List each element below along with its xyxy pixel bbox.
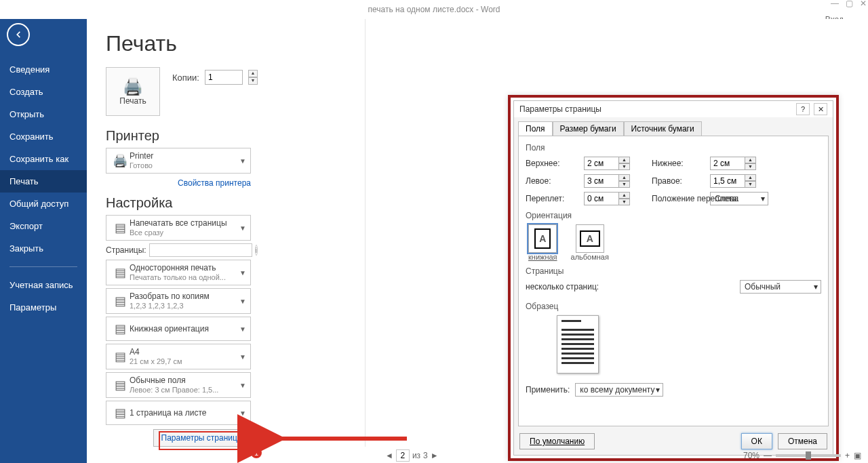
sidebar-item-7[interactable]: Экспорт [0, 215, 87, 237]
page-next[interactable]: ► [431, 451, 439, 460]
chevron-down-icon: ▾ [814, 282, 818, 291]
printer-device-icon: 🖨️ [111, 151, 130, 170]
spin-down[interactable]: ▼ [745, 181, 756, 188]
setting-6[interactable]: ▤1 страница на листе▼ [106, 401, 251, 425]
gutter-pos-select[interactable]: Слева▾ [710, 192, 768, 205]
setting-title: Односторонняя печать [130, 263, 239, 273]
pages-input[interactable] [149, 243, 252, 257]
setting-4[interactable]: ▤A421 см x 29,7 см▼ [106, 344, 251, 369]
setting-icon: ▤ [111, 319, 130, 338]
setting-title: Разобрать по копиям [130, 291, 239, 301]
pages-group-label: Страницы [526, 266, 821, 276]
chevron-down-icon: ▼ [239, 224, 246, 232]
spin-up[interactable]: ▲ [745, 157, 756, 163]
setting-title: A4 [130, 347, 239, 357]
minimize-icon[interactable]: — [831, 0, 839, 8]
printer-name: Printer [130, 151, 239, 161]
spin-down[interactable]: ▼ [745, 163, 756, 170]
setting-sub: Левое: 3 см Правое: 1,5... [130, 386, 239, 395]
orientation-landscape-label: альбомная [571, 253, 609, 261]
printer-select[interactable]: 🖨️ Printer Готово ▼ [106, 148, 251, 174]
printer-properties-link[interactable]: Свойства принтера [178, 178, 251, 188]
setting-1[interactable]: ▤Односторонняя печатьПечатать только на … [106, 260, 251, 285]
spin-up[interactable]: ▲ [745, 174, 756, 181]
spin-down[interactable]: ▼ [619, 199, 630, 205]
spin-up[interactable]: ▲ [619, 192, 630, 199]
multi-pages-label: несколько страниц: [526, 282, 599, 291]
close-icon[interactable]: ✕ [860, 0, 867, 8]
orientation-group-label: Ориентация [526, 211, 821, 220]
page-total: 3 [423, 451, 428, 460]
setting-3[interactable]: ▤Книжная ориентация▼ [106, 317, 251, 341]
copies-down[interactable]: ▼ [248, 77, 258, 85]
pages-info-icon[interactable]: i [255, 245, 258, 256]
gutter-input[interactable] [584, 192, 619, 205]
multi-pages-select[interactable]: Обычный▾ [740, 280, 821, 294]
page-setup-link[interactable]: Параметры страницы [153, 429, 251, 447]
setting-icon: ▤ [111, 376, 130, 395]
sidebar-item-2[interactable]: Открыть [0, 103, 87, 125]
orientation-landscape[interactable]: A альбомная [571, 224, 609, 261]
pages-label: Страницы: [106, 245, 146, 255]
back-button[interactable] [7, 23, 30, 46]
help-icon[interactable]: ? [796, 103, 810, 115]
zoom-out[interactable]: — [764, 451, 772, 460]
apply-label: Применить: [526, 385, 570, 395]
margin-left-input[interactable] [584, 174, 619, 188]
printer-status: Готово [130, 161, 239, 170]
sidebar-item-8[interactable]: Закрыть [0, 237, 87, 260]
setting-title: 1 страница на листе [130, 408, 239, 418]
margin-right-input[interactable] [710, 174, 745, 188]
cancel-button[interactable]: Отмена [778, 433, 827, 449]
default-button[interactable]: По умолчанию [519, 433, 595, 449]
printer-icon: 🖨️ [123, 77, 143, 96]
setting-0[interactable]: ▤Напечатать все страницыВсе сразу▼ [106, 215, 251, 241]
sample-preview [557, 315, 599, 374]
dialog-tab-0[interactable]: Поля [518, 121, 553, 136]
setting-icon: ▤ [111, 218, 130, 237]
multi-pages-value: Обычный [745, 282, 781, 291]
setting-sub: Все сразу [130, 228, 239, 237]
ok-button[interactable]: ОК [741, 433, 772, 449]
copies-input[interactable] [205, 70, 243, 85]
apply-select[interactable]: ко всему документу▾ [575, 383, 663, 397]
sidebar-separator [9, 266, 77, 267]
chevron-down-icon: ▼ [239, 409, 246, 417]
margin-left-label: Левое: [526, 176, 573, 186]
dialog-close-icon[interactable]: ✕ [814, 103, 827, 115]
sidebar-item-1[interactable]: Создать [0, 81, 87, 103]
dialog-tab-1[interactable]: Размер бумаги [553, 121, 624, 136]
sidebar-item-account[interactable]: Учетная запись [0, 274, 87, 296]
setting-2[interactable]: ▤Разобрать по копиям1,2,3 1,2,3 1,2,3▼ [106, 288, 251, 314]
restore-icon[interactable]: ▢ [846, 0, 853, 8]
spin-down[interactable]: ▼ [619, 163, 630, 170]
print-button-label: Печать [119, 96, 146, 106]
page-prev[interactable]: ◄ [385, 451, 393, 460]
copies-up[interactable]: ▲ [248, 70, 258, 77]
dialog-tab-2[interactable]: Источник бумаги [624, 121, 702, 136]
sidebar-item-3[interactable]: Сохранить [0, 125, 87, 148]
sidebar-item-0[interactable]: Сведения [0, 58, 87, 81]
sidebar-item-options[interactable]: Параметры [0, 296, 87, 319]
margin-bottom-input[interactable] [710, 157, 745, 170]
spin-up[interactable]: ▲ [619, 157, 630, 163]
print-button[interactable]: 🖨️ Печать [106, 67, 160, 116]
spin-up[interactable]: ▲ [619, 174, 630, 181]
callout-badge: 1 [251, 447, 262, 458]
gutter-label: Переплет: [526, 194, 573, 203]
spin-down[interactable]: ▼ [619, 181, 630, 188]
copies-label: Копии: [172, 73, 199, 83]
sample-label: Образец [526, 302, 821, 311]
sidebar-item-4[interactable]: Сохранить как [0, 148, 87, 170]
margin-top-input[interactable] [584, 157, 619, 170]
sidebar-item-5[interactable]: Печать [0, 170, 87, 193]
callout-arrow [271, 428, 414, 451]
orientation-portrait[interactable]: A книжная [528, 224, 557, 261]
setting-sub: 1,2,3 1,2,3 1,2,3 [130, 302, 239, 310]
zoom-in[interactable]: + [845, 451, 850, 460]
zoom-slider[interactable] [776, 454, 841, 457]
setting-5[interactable]: ▤Обычные поляЛевое: 3 см Правое: 1,5...▼ [106, 372, 251, 398]
sidebar-item-6[interactable]: Общий доступ [0, 193, 87, 215]
fit-page-icon[interactable]: ▣ [854, 451, 861, 460]
chevron-down-icon: ▼ [239, 269, 246, 277]
